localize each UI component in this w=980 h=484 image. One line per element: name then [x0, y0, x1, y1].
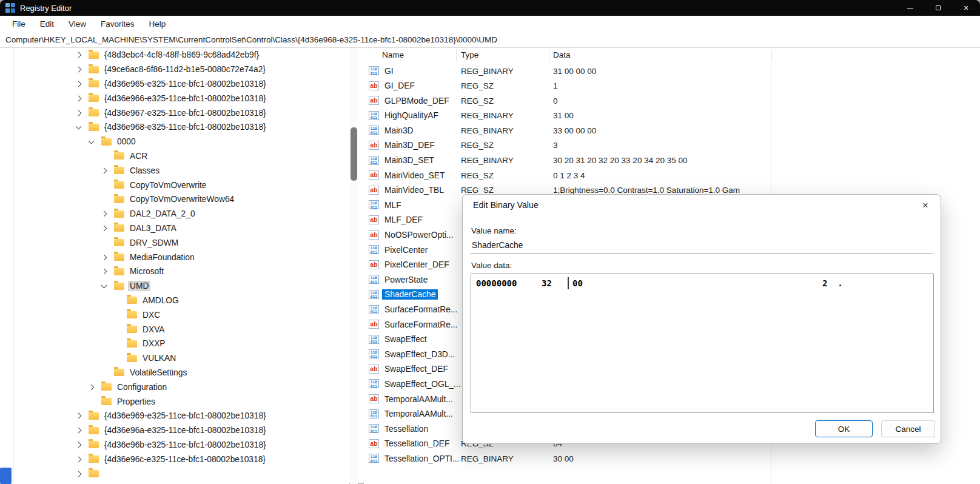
chevron-right-icon[interactable]: [102, 212, 114, 216]
chevron-right-icon[interactable]: [89, 385, 101, 389]
list-row[interactable]: 110 011GIREG_BINARY31 00 00 00: [364, 64, 980, 79]
tree-item[interactable]: {48d3ebc4-4cf8-48ff-b869-9c68ad42eb9f}: [0, 48, 349, 62]
dialog-close-button[interactable]: ×: [916, 198, 935, 213]
list-row[interactable]: abGLPBMode_DEFREG_SZ0: [364, 93, 980, 109]
menubar: FileEditViewFavoritesHelp: [0, 16, 980, 32]
column-header-name[interactable]: Name: [382, 50, 404, 59]
reg-binary-icon: 110 011: [369, 245, 379, 254]
tree-item[interactable]: UMD: [0, 279, 349, 294]
tree-item[interactable]: DAL2_DATA_2_0: [0, 207, 349, 221]
chevron-right-icon[interactable]: [76, 428, 89, 432]
folder-icon: [114, 239, 124, 246]
list-row[interactable]: abGI_DEFREG_SZ1: [364, 79, 980, 94]
tree-item[interactable]: 0000: [0, 135, 349, 149]
tree-item[interactable]: VULKAN: [0, 351, 349, 366]
menu-item-file[interactable]: File: [5, 17, 33, 31]
list-row[interactable]: 110 011Main3DREG_BINARY33 00 00 00: [364, 123, 980, 138]
menu-item-edit[interactable]: Edit: [33, 17, 61, 31]
chevron-right-icon[interactable]: [76, 96, 89, 101]
chevron-glyph: [101, 226, 107, 232]
chevron-right-icon[interactable]: [76, 443, 89, 447]
menu-item-view[interactable]: View: [61, 17, 93, 31]
value-data: 30 20 31 20 32 20 33 20 34 20 35 00: [553, 156, 976, 165]
list-row[interactable]: 110 011Main3D_SETREG_BINARY30 20 31 20 3…: [364, 153, 980, 169]
list-row[interactable]: abMain3D_DEFREG_SZ3: [364, 138, 980, 153]
column-header-type[interactable]: Type: [461, 50, 478, 59]
tree-item[interactable]: Properties: [0, 394, 349, 409]
chevron-right-icon[interactable]: [76, 457, 89, 462]
tree-item-label: {4d36e966-e325-11ce-bfc1-08002be10318}: [102, 93, 268, 104]
hex-editor[interactable]: 00000000 3200 2 .: [471, 274, 934, 413]
tree-item[interactable]: MediaFoundation: [0, 250, 349, 264]
tree-item[interactable]: {4d36e969-e325-11ce-bfc1-08002be10318}: [0, 409, 349, 423]
chevron-right-icon[interactable]: [76, 111, 89, 115]
restore-icon: [936, 5, 941, 10]
tree-scrollbar-thumb[interactable]: [351, 127, 357, 181]
hex-offset: 00000000: [476, 278, 517, 288]
tree-item-label: {48d3ebc4-4cf8-48ff-b869-9c68ad42eb9f}: [102, 50, 261, 60]
reg-binary-icon: 110 011: [369, 200, 379, 209]
value-name: Main3D_DEF: [382, 140, 437, 150]
tree-item-label: VULKAN: [141, 353, 178, 363]
value-data: 31 00 00 00: [553, 67, 976, 76]
chevron-down-icon[interactable]: [89, 141, 101, 143]
chevron-down-icon[interactable]: [102, 285, 114, 287]
restore-button[interactable]: [924, 0, 952, 16]
tree-item[interactable]: CopyToVmOverwrite: [0, 178, 349, 192]
tree-item[interactable]: {4d36e968-e325-11ce-bfc1-08002be10318}: [0, 120, 349, 135]
close-button[interactable]: ×: [952, 0, 980, 16]
chevron-right-icon[interactable]: [102, 169, 114, 173]
reg-binary-icon: 110 011: [369, 454, 379, 463]
tree-item[interactable]: {4d36e96a-e325-11ce-bfc1-08002be10318}: [0, 423, 349, 438]
list-row[interactable]: abMainVideo_SETREG_SZ0 1 2 3 4: [364, 168, 980, 183]
chevron-right-icon[interactable]: [76, 472, 89, 476]
minimize-button[interactable]: [896, 0, 924, 16]
chevron-right-icon[interactable]: [102, 226, 114, 230]
tree-item[interactable]: VolatileSettings: [0, 366, 349, 380]
list-row[interactable]: 110 011Tessellation_OPTI...REG_BINARY30 …: [364, 451, 980, 466]
menu-item-help[interactable]: Help: [142, 17, 173, 31]
tree-item[interactable]: DXC: [0, 308, 349, 322]
reg-sz-icon: ab: [369, 215, 379, 224]
tree-item[interactable]: ACR: [0, 149, 349, 164]
menu-item-favorites[interactable]: Favorites: [93, 17, 142, 31]
folder-icon: [89, 124, 99, 131]
chevron-right-icon[interactable]: [102, 255, 114, 260]
tree-item[interactable]: Classes: [0, 163, 349, 178]
tree-item[interactable]: DRV_SDWM: [0, 235, 349, 250]
tree-item-label: {49ce6ac8-6f86-11d2-b1e5-0080c72e74a2}: [102, 64, 267, 75]
ok-button[interactable]: OK: [815, 420, 873, 437]
value-name: PixelCenter_DEF: [382, 260, 452, 270]
tree-scrollbar[interactable]: [350, 48, 358, 484]
value-type: REG_SZ: [461, 141, 494, 150]
tree-item[interactable]: DAL3_DATA: [0, 221, 349, 236]
cancel-button[interactable]: Cancel: [881, 420, 935, 437]
reg-binary-icon: 110 011: [369, 349, 379, 358]
tree-item[interactable]: DXVA: [0, 322, 349, 337]
chevron-down-icon[interactable]: [76, 126, 89, 129]
tree-item[interactable]: {4d36e965-e325-11ce-bfc1-08002be10318}: [0, 77, 349, 92]
tree-item[interactable]: Microsoft: [0, 264, 349, 279]
list-row[interactable]: 110 011HighQualityAFREG_BINARY31 00: [364, 109, 980, 124]
tree-item[interactable]: CopyToVmOverwriteWow64: [0, 192, 349, 207]
tree-item[interactable]: {4d36e96c-e325-11ce-bfc1-08002be10318}: [0, 452, 349, 466]
column-header-data[interactable]: Data: [553, 50, 571, 59]
window-controls: ×: [896, 0, 980, 16]
chevron-right-icon[interactable]: [76, 82, 89, 86]
tree-item[interactable]: {4d36e967-e325-11ce-bfc1-08002be10318}: [0, 106, 349, 120]
address-path: Computer\HKEY_LOCAL_MACHINE\SYSTEM\Curre…: [5, 35, 497, 44]
chevron-right-icon[interactable]: [102, 269, 114, 274]
tree-item[interactable]: AMDLOG: [0, 294, 349, 308]
tree-item[interactable]: [0, 466, 349, 481]
chevron-right-icon[interactable]: [76, 53, 89, 57]
tree-item[interactable]: {4d36e966-e325-11ce-bfc1-08002be10318}: [0, 91, 349, 106]
chevron-right-icon[interactable]: [76, 414, 89, 418]
chevron-right-icon[interactable]: [76, 67, 89, 72]
tree-item[interactable]: {49ce6ac8-6f86-11d2-b1e5-0080c72e74a2}: [0, 62, 349, 77]
tree-item[interactable]: Configuration: [0, 380, 349, 394]
address-bar[interactable]: Computer\HKEY_LOCAL_MACHINE\SYSTEM\Curre…: [0, 32, 980, 48]
value-name-field[interactable]: ShaderCache: [471, 237, 933, 254]
tree-item[interactable]: DXXP: [0, 337, 349, 351]
chevron-glyph: [101, 269, 107, 275]
tree-item[interactable]: {4d36e96b-e325-11ce-bfc1-08002be10318}: [0, 438, 349, 452]
